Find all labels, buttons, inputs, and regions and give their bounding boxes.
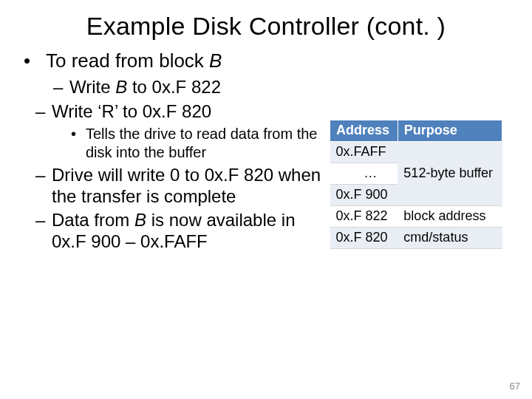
cell-purpose-cmd: cmd/status (398, 227, 502, 248)
cell-addr-faff: 0x.FAFF (330, 141, 398, 163)
dash-glyph: – (35, 209, 52, 253)
th-address: Address (330, 120, 398, 141)
cell-addr-f822: 0x.F 822 (330, 205, 398, 227)
lvl2b-text: Write ‘R’ to 0x.F 820 (52, 100, 330, 122)
th-purpose: Purpose (398, 120, 502, 141)
lvl2a-text: Write B to 0x.F 822 (69, 76, 514, 98)
page-number: 67 (510, 381, 520, 392)
right-column: Address Purpose 0x.FAFF 512-byte buffer … (330, 99, 514, 249)
cell-addr-f820: 0x.F 820 (330, 227, 398, 248)
two-column-region: – Write ‘R’ to 0x.F 820 • Tells the driv… (18, 99, 514, 253)
dash-glyph: – (53, 76, 69, 98)
bullet-lvl3-a: • Tells the drive to read data from the … (71, 125, 330, 161)
table-row: 0x.FAFF 512-byte buffer (330, 141, 502, 163)
bullet-lvl1: • To read from block B (18, 50, 514, 73)
address-table: Address Purpose 0x.FAFF 512-byte buffer … (330, 120, 502, 249)
lvl1-pre: To read from block (46, 50, 209, 72)
bullet-lvl2-b: – Write ‘R’ to 0x.F 820 (35, 100, 330, 122)
lvl1-ital: B (209, 50, 222, 72)
slide-body: • To read from block B – Write B to 0x.F… (0, 41, 532, 253)
lvl2d-text: Data from B is now available in 0x.F 900… (52, 209, 330, 253)
lvl1-text: To read from block B (46, 50, 514, 73)
cell-addr-f900: 0x.F 900 (330, 184, 398, 205)
slide-title: Example Disk Controller (cont. ) (0, 0, 532, 41)
cell-addr-ellipsis: … (330, 163, 398, 184)
cell-purpose-buffer: 512-byte buffer (398, 141, 502, 205)
lvl3a-text: Tells the drive to read data from the di… (86, 125, 330, 161)
left-column: – Write ‘R’ to 0x.F 820 • Tells the driv… (18, 99, 330, 253)
slide: Example Disk Controller (cont. ) • To re… (0, 0, 532, 399)
cell-purpose-block: block address (398, 205, 502, 227)
lvl2a-post: to 0x.F 822 (127, 77, 221, 97)
dot-glyph: • (71, 125, 86, 161)
table-row: 0x.F 820 cmd/status (330, 227, 502, 248)
bullet-lvl2-d: – Data from B is now available in 0x.F 9… (35, 209, 330, 253)
lvl2a-pre: Write (69, 77, 115, 97)
table-header-row: Address Purpose (330, 120, 502, 141)
lvl2c-text: Drive will write 0 to 0x.F 820 when the … (52, 164, 330, 208)
lvl2d-ital: B (134, 210, 146, 230)
lvl2a-ital: B (115, 77, 127, 97)
dash-glyph: – (35, 164, 52, 208)
bullet-lvl2-a: – Write B to 0x.F 822 (53, 76, 514, 98)
bullet-lvl2-c: – Drive will write 0 to 0x.F 820 when th… (35, 164, 330, 208)
table-row: 0x.F 822 block address (330, 205, 502, 227)
bullet-glyph: • (18, 50, 46, 73)
lvl2d-pre: Data from (52, 210, 134, 230)
dash-glyph: – (35, 100, 52, 122)
